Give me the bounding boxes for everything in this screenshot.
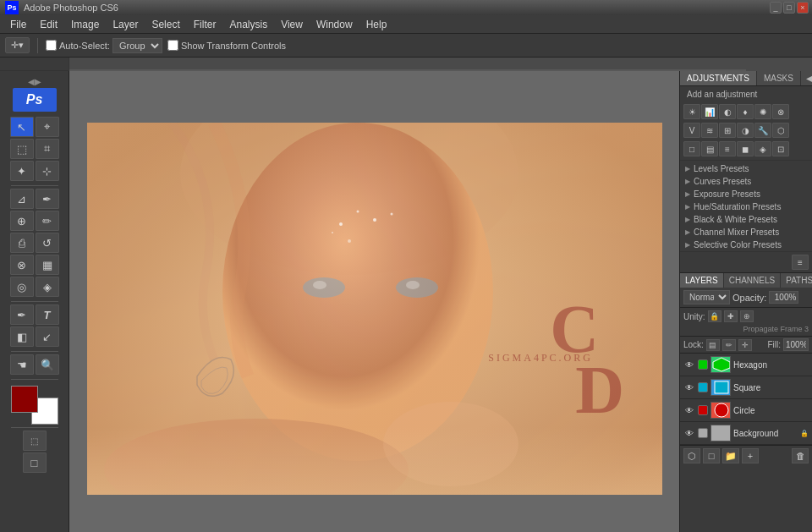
magic-wand-tool[interactable]: ✦	[10, 161, 34, 181]
path-tool[interactable]: ◧	[10, 326, 34, 347]
adj-preset-curves[interactable]: ▶ Curves Presets	[680, 175, 812, 188]
adj-colorbalance-icon[interactable]: ◑	[737, 123, 754, 138]
gradient-tool[interactable]: ▦	[36, 255, 59, 275]
move-tool[interactable]: ↖	[10, 117, 34, 137]
marquee-tool[interactable]: ⬚	[10, 139, 34, 159]
adj-exposure-icon[interactable]: ◐	[719, 104, 736, 119]
foreground-color[interactable]	[11, 386, 38, 413]
layer-item-circle[interactable]: 👁 Circle	[680, 399, 812, 422]
adj-invert-icon[interactable]: ⬡	[772, 123, 789, 138]
create-layer-btn[interactable]: +	[742, 448, 759, 463]
lock-icon-2[interactable]: ✚	[724, 310, 738, 322]
adj-extra2-icon[interactable]: ⊡	[772, 141, 789, 156]
brush-tool[interactable]: ✏	[36, 211, 59, 231]
maximize-button[interactable]: □	[783, 2, 795, 14]
menu-image[interactable]: Image	[64, 17, 106, 32]
move-tool-btn[interactable]: ✛▾	[5, 37, 30, 53]
shape-tool[interactable]: ↙	[36, 326, 59, 347]
tab-layers[interactable]: LAYERS	[680, 273, 724, 288]
adj-hue-icon[interactable]: ✺	[754, 104, 771, 119]
eraser-tool[interactable]: ⊗	[10, 255, 34, 275]
menu-filter[interactable]: Filter	[187, 17, 223, 32]
hand-tool[interactable]: ☚	[10, 354, 34, 375]
close-button[interactable]: ×	[797, 2, 809, 14]
adj-preset-bw[interactable]: ▶ Black & White Presets	[680, 213, 812, 226]
clone-tool[interactable]: ⎙	[10, 233, 34, 253]
zoom-tool[interactable]: 🔍	[36, 354, 59, 375]
adj-preset-levels[interactable]: ▶ Levels Presets	[680, 162, 812, 175]
adj-selective-icon[interactable]: ⊞	[719, 123, 736, 138]
frame-tool[interactable]: ⬚	[23, 431, 47, 451]
layer-item-hexagon[interactable]: 👁 Hexagon	[680, 354, 812, 376]
eye-hexagon[interactable]: 👁	[683, 359, 695, 370]
menu-file[interactable]: File	[3, 17, 33, 32]
minimize-button[interactable]: _	[770, 2, 782, 14]
color-swatches[interactable]	[11, 386, 58, 425]
adj-bw-icon[interactable]: V	[683, 123, 700, 138]
shape2-tool[interactable]: □	[23, 452, 47, 473]
adj-threshold-icon[interactable]: ▤	[701, 141, 718, 156]
pen-tool[interactable]: ✒	[10, 304, 34, 325]
blend-mode-select[interactable]: Normal Multiply Screen	[683, 290, 730, 304]
lock-transparent-icon[interactable]: ▤	[706, 339, 720, 351]
auto-select-dropdown[interactable]: Group Layer	[112, 38, 162, 53]
add-adjustment-btn[interactable]: ⬡	[683, 448, 700, 463]
adj-photo-icon[interactable]: 🔧	[754, 123, 771, 138]
crop-tool[interactable]: ⊿	[10, 189, 34, 209]
tab-channels[interactable]: CHANNELS	[724, 273, 781, 288]
menu-window[interactable]: Window	[310, 17, 359, 32]
menu-layer[interactable]: Layer	[106, 17, 145, 32]
history-brush[interactable]: ↺	[36, 233, 59, 253]
adj-gradient-map-icon[interactable]: ≡	[719, 141, 736, 156]
menu-help[interactable]: Help	[359, 17, 394, 32]
canvas[interactable]: C D SIGMA4PC.ORG	[87, 123, 662, 495]
menu-analysis[interactable]: Analysis	[222, 17, 274, 32]
artboard-tool[interactable]: ⌖	[36, 117, 59, 137]
delete-layer-btn[interactable]: 🗑	[792, 448, 809, 463]
menu-select[interactable]: Select	[145, 17, 186, 32]
dodge-tool[interactable]: ◈	[36, 277, 59, 297]
lasso-tool[interactable]: ⌗	[36, 139, 59, 159]
quick-select-tool[interactable]: ⊹	[36, 161, 59, 181]
lock-pixels-icon[interactable]: ✏	[722, 339, 736, 351]
text-tool[interactable]: T	[36, 304, 59, 325]
menu-edit[interactable]: Edit	[33, 17, 64, 32]
add-folder-btn[interactable]: 📁	[722, 448, 739, 463]
adj-menu-icon[interactable]: ≡	[792, 255, 809, 270]
eye-background[interactable]: 👁	[683, 427, 695, 439]
add-mask-btn[interactable]: □	[703, 448, 720, 463]
adj-extra1-icon[interactable]: ◈	[754, 141, 771, 156]
adj-posterize-icon[interactable]: □	[683, 141, 700, 156]
layer-item-square[interactable]: 👁 Square	[680, 376, 812, 399]
adj-selective2-icon[interactable]: ◼	[737, 141, 754, 156]
show-transform-checkbox[interactable]	[167, 40, 178, 51]
opacity-input[interactable]	[769, 291, 798, 304]
collapse-tools-btn[interactable]: ◀▶	[28, 74, 41, 88]
adj-brightness-icon[interactable]: ☀	[683, 104, 700, 119]
adj-saturation-icon[interactable]: ⊗	[772, 104, 789, 119]
eyedropper-tool[interactable]: ✒	[36, 189, 59, 209]
adj-channel-icon[interactable]: ≋	[701, 123, 718, 138]
adj-preset-hue[interactable]: ▶ Hue/Saturation Presets	[680, 200, 812, 213]
adj-preset-channel[interactable]: ▶ Channel Mixer Presets	[680, 226, 812, 239]
window-controls[interactable]: _ □ ×	[770, 2, 809, 14]
adj-curves-icon[interactable]: 📊	[701, 104, 718, 119]
healing-tool[interactable]: ⊕	[10, 211, 34, 231]
adj-preset-exposure[interactable]: ▶ Exposure Presets	[680, 188, 812, 200]
eye-square[interactable]: 👁	[683, 381, 695, 393]
lock-icon-1[interactable]: 🔒	[708, 310, 721, 322]
menu-view[interactable]: View	[274, 17, 310, 32]
auto-select-checkbox[interactable]	[46, 40, 57, 51]
blur-tool[interactable]: ◎	[10, 277, 34, 297]
lock-icon-3[interactable]: ⊕	[740, 310, 754, 322]
panel-collapse-btn[interactable]: ◀◀	[801, 71, 812, 85]
lock-position-icon[interactable]: ✛	[738, 339, 752, 351]
tab-adjustments[interactable]: ADJUSTMENTS	[680, 71, 757, 85]
adj-preset-selective[interactable]: ▶ Selective Color Presets	[680, 239, 812, 251]
adj-vibrance-icon[interactable]: ♦	[737, 104, 754, 119]
eye-circle[interactable]: 👁	[683, 404, 695, 416]
fill-input[interactable]	[783, 338, 809, 351]
layer-item-background[interactable]: 👁 Background 🔒	[680, 422, 812, 445]
tab-masks[interactable]: MASKS	[757, 71, 801, 85]
tab-paths[interactable]: PATHS	[781, 273, 812, 288]
